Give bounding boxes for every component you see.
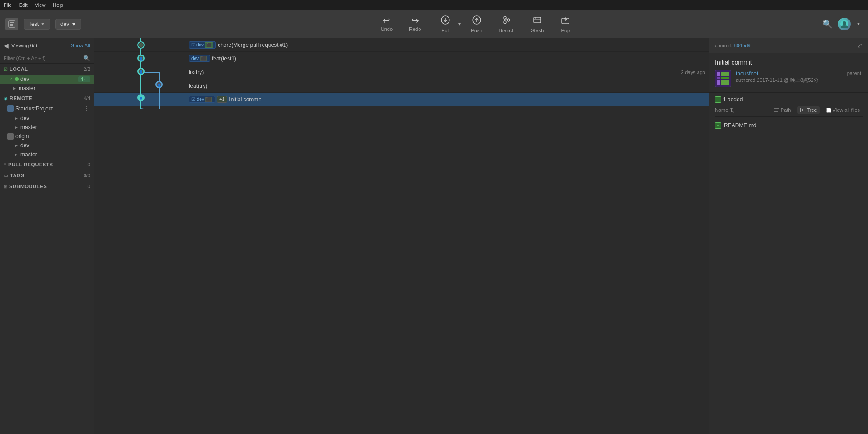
sort-icon: ⇅ — [730, 107, 735, 114]
commit-message-4: feat(try) — [189, 83, 705, 89]
svg-rect-45 — [721, 77, 729, 79]
toolbar-left: Test ▼ dev ▼ — [0, 18, 136, 30]
commit-row-3[interactable]: fix(try) 2 days ago — [94, 65, 709, 79]
commit-row-5[interactable]: ☑ dev ⬛ +1 Initial commit — [94, 93, 709, 106]
remote-repo-stardustproject[interactable]: StardustProject ⋮ — [0, 104, 94, 114]
local-branch-master[interactable]: ▶ master — [0, 84, 94, 93]
view-all-files-link[interactable]: View all files — [823, 106, 863, 114]
menu-view[interactable]: View — [35, 2, 46, 8]
added-badge: + 1 added — [715, 96, 743, 103]
author-date: authored 2017-11-11 @ 晚上8点52分 — [736, 77, 863, 84]
push-icon — [472, 15, 482, 26]
pull-button[interactable]: Pull — [429, 12, 456, 36]
remote-stardustproject-dev[interactable]: ▶ dev — [0, 114, 94, 123]
plus1-tag: +1 — [217, 96, 227, 103]
stardustproject-more-btn[interactable]: ⋮ — [84, 105, 90, 112]
stash-button[interactable]: Stash — [523, 12, 552, 36]
remote-repo-origin[interactable]: origin — [0, 132, 94, 141]
local-section-header[interactable]: ☑ LOCAL 2/2 — [0, 64, 94, 75]
pull-split-arrow[interactable]: ▾ — [456, 18, 463, 30]
sidebar-back-arrow[interactable]: ◀ — [4, 42, 9, 49]
sidebar-top: ◀ Viewing 6/6 Show All — [0, 38, 94, 53]
remote-stardustproject-master[interactable]: ▶ master — [0, 123, 94, 132]
toolbar-center: ↩ Undo ↪ Redo Pull ▾ — [136, 12, 815, 36]
commit-area: 👤 👤 👤 👤 ☑ dev ⬛ chore(Merg — [94, 38, 709, 434]
svg-point-19 — [843, 21, 846, 25]
svg-rect-3 — [10, 25, 13, 26]
svg-rect-2 — [10, 24, 13, 25]
filter-input[interactable] — [4, 55, 81, 61]
remote-origin-dev[interactable]: ▶ dev — [0, 141, 94, 150]
added-icon: + — [715, 96, 721, 103]
redo-label: Redo — [409, 26, 421, 32]
menu-edit[interactable]: Edit — [19, 2, 28, 8]
commit-author-row: thousfeet parent: authored 2017-11-11 @ … — [715, 70, 863, 87]
sdp-dev-triangle: ▶ — [15, 116, 18, 120]
user-dropdown-arrow[interactable]: ▼ — [856, 21, 861, 26]
files-section: + 1 added Name ⇅ Path Tree — [709, 93, 868, 434]
toolbar: Test ▼ dev ▼ ↩ Undo ↪ Redo — [0, 10, 868, 38]
project-dropdown-arrow: ▼ — [40, 21, 45, 26]
branch-label: Branch — [499, 28, 514, 33]
commit-row-4-content: feat(try) — [189, 83, 705, 89]
commit-row-1-content: ☑ dev ⬛ chore(Merge pull request #1) — [189, 41, 705, 49]
master-branch-name: master — [19, 85, 90, 91]
tags-section-header[interactable]: 🏷 TAGS 0/0 — [0, 170, 94, 181]
commit-message-3: fix(try) — [189, 69, 679, 75]
pop-button[interactable]: Pop — [552, 12, 579, 36]
commit-row-4[interactable]: feat(try) — [94, 79, 709, 93]
project-selector[interactable]: Test ▼ — [24, 19, 50, 30]
branch-name: dev — [60, 21, 69, 27]
pull-label: Pull — [441, 28, 449, 33]
dev-branch-name: dev — [20, 76, 76, 82]
redo-button[interactable]: ↪ Redo — [401, 13, 429, 35]
user-avatar-button[interactable] — [838, 18, 851, 30]
file-item-readme[interactable]: + README.md — [715, 120, 863, 130]
branch-selector[interactable]: dev ▼ — [55, 19, 81, 30]
branch-button[interactable]: Branch — [490, 12, 523, 36]
remote-section-count: 4/4 — [84, 96, 90, 101]
search-button[interactable]: 🔍 — [823, 19, 833, 29]
author-name: thousfeet — [736, 70, 758, 77]
commit-hash-value: 894bd9 — [734, 43, 751, 48]
push-button[interactable]: Push — [463, 12, 490, 36]
undo-button[interactable]: ↩ Undo — [373, 13, 401, 35]
origin-icon — [7, 133, 14, 140]
submodules-section-header[interactable]: ⊞ SUBMODULES 0 — [0, 181, 94, 192]
sdp-master-name: master — [20, 124, 90, 130]
remote-section-header[interactable]: ◉ REMOTE 4/4 — [0, 93, 94, 104]
expand-panel-btn[interactable]: ⤢ — [857, 42, 863, 49]
tree-view-btn[interactable]: Tree — [797, 106, 819, 114]
submodules-count: 0 — [87, 184, 90, 189]
commit-detail: Initial commit thousfeet — [709, 53, 868, 93]
commit-row-1[interactable]: ☑ dev ⬛ chore(Merge pull request #1) — [94, 38, 709, 52]
submodules-label: SUBMODULES — [9, 184, 87, 189]
dev-branch-tag-1: ☑ dev ⬛ — [189, 41, 216, 49]
origin-master-name: master — [20, 151, 90, 158]
files-header: + 1 added — [715, 96, 863, 103]
svg-rect-46 — [721, 80, 729, 85]
sidebar: ◀ Viewing 6/6 Show All 🔍 ☑ LOCAL 2/2 ✓ d… — [0, 38, 94, 434]
menu-file[interactable]: File — [4, 2, 12, 8]
menu-help[interactable]: Help — [53, 2, 63, 8]
pull-requests-count: 0 — [87, 162, 90, 167]
undo-icon: ↩ — [383, 16, 390, 25]
pull-requests-section-header[interactable]: ⑂ PULL REQUESTS 0 — [0, 159, 94, 170]
commit-hash-area: commit: 894bd9 — [715, 42, 751, 49]
undo-label: Undo — [381, 26, 393, 32]
remote-section-label: REMOTE — [10, 95, 84, 101]
main-layout: ◀ Viewing 6/6 Show All 🔍 ☑ LOCAL 2/2 ✓ d… — [0, 38, 868, 434]
files-toolbar: Name ⇅ Path Tree View all files — [715, 106, 863, 117]
author-info: thousfeet parent: authored 2017-11-11 @ … — [736, 70, 863, 84]
local-branch-dev[interactable]: ✓ dev 4← — [0, 75, 94, 84]
commit-row-2[interactable]: dev ⬛ feat(test1) — [94, 52, 709, 65]
svg-rect-12 — [534, 17, 541, 23]
view-all-checkbox[interactable] — [826, 108, 831, 113]
path-view-btn[interactable]: Path — [771, 106, 794, 114]
origin-name: origin — [15, 133, 90, 140]
svg-rect-44 — [721, 72, 729, 76]
branch-dropdown-arrow: ▼ — [71, 21, 76, 27]
show-all-link[interactable]: Show All — [71, 43, 90, 48]
remote-origin-master[interactable]: ▶ master — [0, 150, 94, 159]
commit-header-bar: commit: 894bd9 ⤢ — [709, 38, 868, 53]
